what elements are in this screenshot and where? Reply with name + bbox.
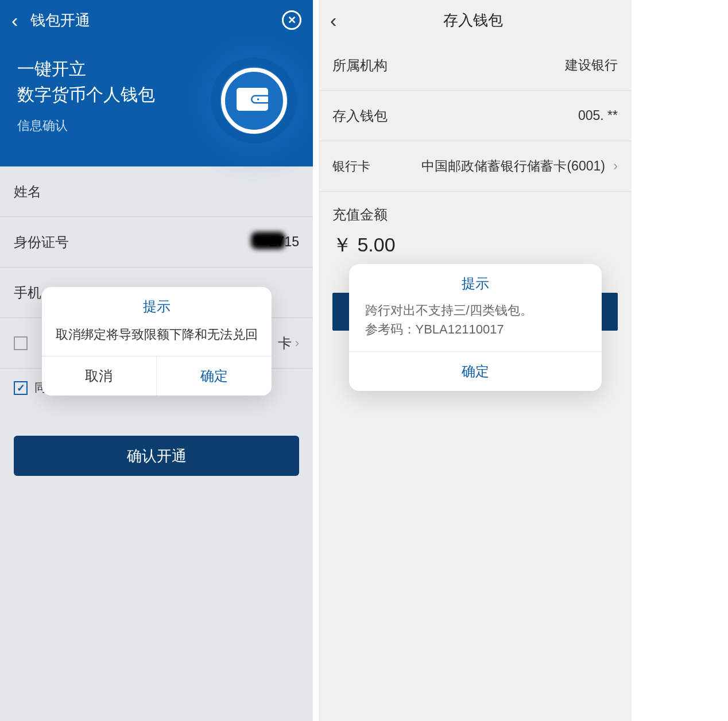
dialog-body: 取消绑定将导致限额下降和无法兑回	[42, 321, 272, 356]
row-wallet[interactable]: 存入钱包 005. **	[319, 91, 632, 141]
chevron-right-icon: ›	[295, 336, 299, 351]
confirm-dialog: 提示 取消绑定将导致限额下降和无法兑回 取消 确定	[42, 287, 272, 396]
dialog-line1: 跨行对出不支持三/四类钱包。	[365, 301, 586, 320]
hero-banner: 一键开立 数字货币个人钱包 信息确认	[0, 40, 313, 166]
id-label: 身份证号	[14, 233, 69, 251]
page-title: 钱包开通	[30, 10, 282, 30]
screenshot-divider	[313, 0, 319, 721]
wallet-icon-ring	[221, 68, 287, 134]
phone-left: ‹ 钱包开通 ✕ 一键开立 数字货币个人钱包 信息确认 姓名 身份证号 ***2…	[0, 0, 313, 721]
card-checkbox[interactable]	[14, 336, 28, 350]
dialog-actions: 取消 确定	[42, 356, 272, 396]
checkbox-checked-icon[interactable]: ✓	[14, 381, 28, 395]
wallet-icon-bg	[211, 57, 297, 144]
submit-button[interactable]: 确认开通	[14, 436, 299, 476]
close-icon[interactable]: ✕	[282, 10, 301, 30]
wallet-value: 005. **	[578, 108, 618, 123]
wallet-label: 存入钱包	[332, 107, 388, 125]
field-name[interactable]: 姓名	[0, 166, 313, 217]
dialog-actions: 确定	[349, 351, 602, 391]
ok-button[interactable]: 确定	[349, 352, 602, 391]
back-icon[interactable]: ‹	[11, 9, 18, 32]
row-org: 所属机构 建设银行	[319, 40, 632, 91]
dialog-body: 跨行对出不支持三/四类钱包。 参考码：YBLA12110017	[349, 299, 602, 351]
id-value: ***2715	[254, 234, 299, 250]
dialog-line2: 参考码：YBLA12110017	[365, 320, 586, 339]
org-value: 建设银行	[565, 56, 618, 74]
dialog-title: 提示	[42, 287, 272, 321]
cancel-button[interactable]: 取消	[42, 356, 157, 396]
card-value: 中国邮政储蓄银行储蓄卡(6001) ›	[421, 157, 618, 175]
name-label: 姓名	[14, 183, 41, 201]
chevron-right-icon: ›	[613, 158, 618, 173]
dialog-title: 提示	[349, 264, 602, 299]
header-bar: ‹ 钱包开通 ✕	[0, 0, 313, 40]
amount-label: 充值金额	[319, 192, 632, 232]
alert-dialog: 提示 跨行对出不支持三/四类钱包。 参考码：YBLA12110017 确定	[349, 264, 602, 391]
header-bar: ‹ 存入钱包	[319, 0, 632, 40]
field-id[interactable]: 身份证号 ***2715	[0, 217, 313, 268]
org-label: 所属机构	[332, 56, 388, 75]
card-suffix: 卡	[278, 334, 292, 352]
phone-label: 手机	[14, 284, 41, 302]
wallet-icon	[237, 85, 271, 117]
card-label: 银行卡	[332, 158, 370, 175]
phone-right: ‹ 存入钱包 所属机构 建设银行 存入钱包 005. ** 银行卡 中国邮政储蓄…	[319, 0, 632, 721]
row-bankcard[interactable]: 银行卡 中国邮政储蓄银行储蓄卡(6001) ›	[319, 141, 632, 192]
ok-button[interactable]: 确定	[157, 356, 272, 396]
page-title: 存入钱包	[326, 10, 620, 30]
